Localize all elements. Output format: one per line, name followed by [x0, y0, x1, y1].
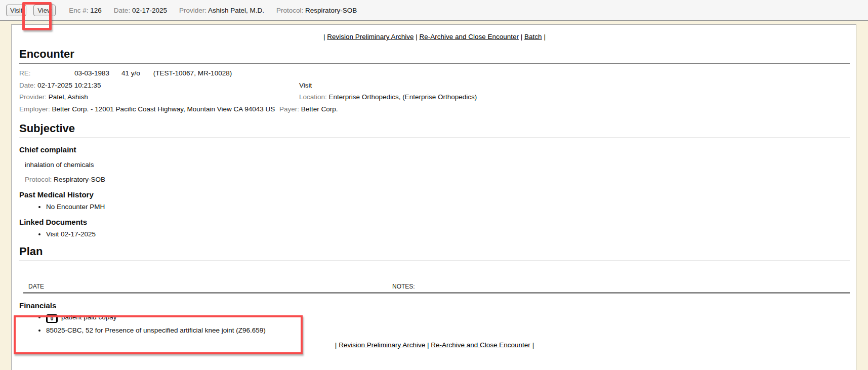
provider-row: Provider: Patel, Ashish Location: Enterp… — [19, 91, 850, 103]
visit-date-row: Date: 02-17-2025 10:21:35 Visit — [19, 79, 850, 92]
provider-label: Provider: — [179, 7, 206, 14]
linked-document-item: Visit 02-17-2025 — [46, 230, 850, 238]
re-label: RE: — [19, 67, 74, 79]
view-tab-button[interactable]: View — [33, 5, 56, 16]
subjective-protocol-row: Protocol: Respiratory-SOB — [19, 176, 850, 183]
link-separator: | — [427, 341, 429, 349]
linked-documents-list: Visit 02-17-2025 — [19, 230, 850, 238]
link-separator: | — [532, 341, 534, 349]
plan-date-column-header: DATE — [28, 283, 44, 290]
financials-list: 0patient paid copay 85025-CBC, 52 for Pr… — [19, 313, 850, 334]
revision-preliminary-archive-link-bottom[interactable]: Revision Preliminary Archive — [339, 341, 425, 349]
protocol-value: Respiratory-SOB — [305, 7, 357, 14]
provider-field: Provider: Ashish Patel, M.D. — [179, 7, 264, 14]
visit-date-value: 02-17-2025 10:21:35 — [37, 81, 101, 89]
top-toolbar: Visit View Enc #: 126 Date: 02-17-2025 P… — [0, 0, 868, 21]
location-value: Enterprise Orthopedics, (Enterprise Orth… — [329, 93, 477, 101]
plan-table-header: DATE NOTES: — [19, 283, 850, 291]
copay-text: patient paid copay — [61, 313, 117, 321]
rearchive-close-encounter-link-bottom[interactable]: Re-Archive and Close Encounter — [431, 341, 530, 349]
financials-heading: Financials — [19, 301, 850, 310]
subjective-section-heading: Subjective — [19, 122, 850, 135]
employer-label: Employer: — [19, 105, 50, 113]
encounter-details: RE:03-03-198341 y/o(TEST-10067, MR-10028… — [19, 67, 850, 115]
visit-tab-button[interactable]: Visit — [6, 5, 26, 16]
section-divider — [19, 138, 850, 138]
protocol-label: Protocol: — [276, 7, 303, 14]
subjective-protocol-label: Protocol: — [25, 176, 52, 183]
patient-ids: (TEST-10067, MR-10028) — [153, 69, 232, 77]
section-divider — [19, 63, 850, 64]
encounter-document-panel: | Revision Preliminary Archive | Re-Arch… — [11, 24, 856, 370]
link-separator: | — [544, 33, 546, 40]
patient-re-row: RE:03-03-198341 y/o(TEST-10067, MR-10028… — [19, 67, 850, 79]
employer-value: Better Corp. - 12001 Pacific Coast Highw… — [52, 105, 275, 113]
bottom-action-links: | Revision Preliminary Archive | Re-Arch… — [19, 341, 850, 349]
provider-value: Ashish Patel, M.D. — [208, 7, 264, 14]
past-medical-history-list: No Encounter PMH — [19, 203, 850, 211]
patient-dob: 03-03-1983 — [74, 69, 109, 77]
encounter-number-field: Enc #: 126 — [69, 7, 102, 14]
payer-label: Payer: — [279, 105, 299, 113]
visit-date-label: Date: — [19, 81, 35, 89]
financials-cpt-item: 85025-CBC, 52 for Presence of unspecifie… — [46, 326, 850, 334]
link-separator: | — [416, 33, 418, 40]
location-field: Location: Enterprise Orthopedics, (Enter… — [299, 91, 477, 103]
money-icon: 0 — [46, 314, 58, 323]
subjective-protocol-value: Respiratory-SOB — [54, 176, 105, 183]
patient-age: 41 y/o — [121, 69, 140, 77]
top-action-links: | Revision Preliminary Archive | Re-Arch… — [19, 33, 850, 40]
visit-type: Visit — [299, 79, 312, 92]
plan-section-heading: Plan — [19, 245, 850, 258]
employer-payer-row: Employer: Better Corp. - 12001 Pacific C… — [19, 103, 850, 115]
batch-link[interactable]: Batch — [524, 33, 542, 40]
link-separator: | — [521, 33, 523, 40]
protocol-field: Protocol: Respiratory-SOB — [276, 7, 357, 14]
plan-table-divider — [23, 292, 850, 294]
financials-copay-item: 0patient paid copay — [46, 313, 850, 323]
encounter-number-label: Enc #: — [69, 7, 88, 14]
chief-complaint-text: inhalation of chemicals — [19, 161, 850, 169]
location-label: Location: — [299, 93, 327, 101]
encounter-date-field: Date: 02-17-2025 — [114, 7, 167, 14]
section-divider — [19, 261, 850, 261]
encounter-date-label: Date: — [114, 7, 130, 14]
rearchive-close-encounter-link[interactable]: Re-Archive and Close Encounter — [419, 33, 519, 40]
payer-field: Payer: Better Corp. — [279, 105, 338, 113]
chief-complaint-heading: Chief complaint — [19, 145, 850, 154]
linked-documents-heading: Linked Documents — [19, 218, 850, 226]
encounter-section-heading: Encounter — [19, 48, 850, 61]
encounter-number-value: 126 — [90, 7, 102, 14]
plan-notes-column-header: NOTES: — [392, 283, 415, 290]
encounter-date-value: 02-17-2025 — [132, 7, 167, 14]
encounter-provider-value: Patel, Ashish — [49, 93, 88, 101]
list-item: No Encounter PMH — [46, 203, 850, 211]
link-separator: | — [335, 341, 337, 349]
encounter-provider-label: Provider: — [19, 93, 47, 101]
revision-preliminary-archive-link[interactable]: Revision Preliminary Archive — [327, 33, 414, 40]
past-medical-history-heading: Past Medical History — [19, 190, 850, 199]
payer-value: Better Corp. — [301, 105, 338, 113]
link-separator: | — [323, 33, 325, 40]
